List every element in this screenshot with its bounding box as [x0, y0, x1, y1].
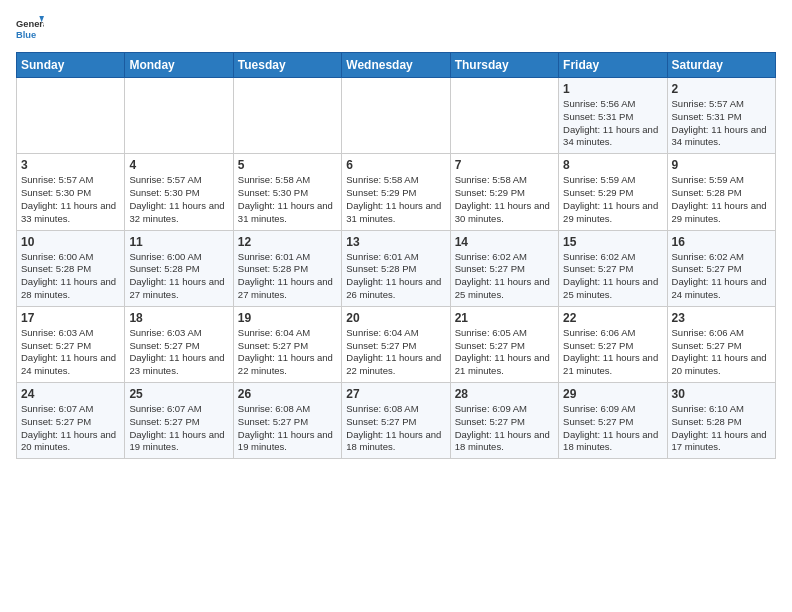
calendar-cell: 7Sunrise: 5:58 AM Sunset: 5:29 PM Daylig…	[450, 154, 558, 230]
calendar-cell: 20Sunrise: 6:04 AM Sunset: 5:27 PM Dayli…	[342, 306, 450, 382]
day-info: Sunrise: 6:06 AM Sunset: 5:27 PM Dayligh…	[563, 327, 662, 378]
day-number: 13	[346, 235, 445, 249]
week-row-4: 17Sunrise: 6:03 AM Sunset: 5:27 PM Dayli…	[17, 306, 776, 382]
calendar-cell: 16Sunrise: 6:02 AM Sunset: 5:27 PM Dayli…	[667, 230, 775, 306]
day-info: Sunrise: 6:03 AM Sunset: 5:27 PM Dayligh…	[21, 327, 120, 378]
day-info: Sunrise: 6:09 AM Sunset: 5:27 PM Dayligh…	[563, 403, 662, 454]
weekday-header-saturday: Saturday	[667, 53, 775, 78]
calendar-cell: 28Sunrise: 6:09 AM Sunset: 5:27 PM Dayli…	[450, 383, 558, 459]
day-info: Sunrise: 6:00 AM Sunset: 5:28 PM Dayligh…	[21, 251, 120, 302]
calendar-table: SundayMondayTuesdayWednesdayThursdayFrid…	[16, 52, 776, 459]
calendar-cell: 24Sunrise: 6:07 AM Sunset: 5:27 PM Dayli…	[17, 383, 125, 459]
calendar-cell: 19Sunrise: 6:04 AM Sunset: 5:27 PM Dayli…	[233, 306, 341, 382]
day-number: 14	[455, 235, 554, 249]
day-number: 17	[21, 311, 120, 325]
week-row-2: 3Sunrise: 5:57 AM Sunset: 5:30 PM Daylig…	[17, 154, 776, 230]
calendar-cell: 4Sunrise: 5:57 AM Sunset: 5:30 PM Daylig…	[125, 154, 233, 230]
day-number: 12	[238, 235, 337, 249]
day-info: Sunrise: 5:57 AM Sunset: 5:30 PM Dayligh…	[21, 174, 120, 225]
day-info: Sunrise: 5:59 AM Sunset: 5:29 PM Dayligh…	[563, 174, 662, 225]
calendar-cell: 15Sunrise: 6:02 AM Sunset: 5:27 PM Dayli…	[559, 230, 667, 306]
logo: GeneralBlue	[16, 16, 44, 44]
calendar-cell: 22Sunrise: 6:06 AM Sunset: 5:27 PM Dayli…	[559, 306, 667, 382]
day-info: Sunrise: 6:01 AM Sunset: 5:28 PM Dayligh…	[346, 251, 445, 302]
day-info: Sunrise: 6:09 AM Sunset: 5:27 PM Dayligh…	[455, 403, 554, 454]
day-number: 27	[346, 387, 445, 401]
calendar-cell: 13Sunrise: 6:01 AM Sunset: 5:28 PM Dayli…	[342, 230, 450, 306]
calendar-cell: 14Sunrise: 6:02 AM Sunset: 5:27 PM Dayli…	[450, 230, 558, 306]
day-info: Sunrise: 6:01 AM Sunset: 5:28 PM Dayligh…	[238, 251, 337, 302]
day-info: Sunrise: 6:04 AM Sunset: 5:27 PM Dayligh…	[346, 327, 445, 378]
day-number: 3	[21, 158, 120, 172]
day-info: Sunrise: 5:59 AM Sunset: 5:28 PM Dayligh…	[672, 174, 771, 225]
day-number: 2	[672, 82, 771, 96]
calendar-cell	[233, 78, 341, 154]
day-info: Sunrise: 6:07 AM Sunset: 5:27 PM Dayligh…	[129, 403, 228, 454]
day-number: 20	[346, 311, 445, 325]
day-info: Sunrise: 6:04 AM Sunset: 5:27 PM Dayligh…	[238, 327, 337, 378]
day-info: Sunrise: 6:00 AM Sunset: 5:28 PM Dayligh…	[129, 251, 228, 302]
weekday-header-thursday: Thursday	[450, 53, 558, 78]
day-info: Sunrise: 6:08 AM Sunset: 5:27 PM Dayligh…	[346, 403, 445, 454]
weekday-header-monday: Monday	[125, 53, 233, 78]
calendar-cell	[342, 78, 450, 154]
week-row-5: 24Sunrise: 6:07 AM Sunset: 5:27 PM Dayli…	[17, 383, 776, 459]
weekday-header-tuesday: Tuesday	[233, 53, 341, 78]
calendar-cell: 11Sunrise: 6:00 AM Sunset: 5:28 PM Dayli…	[125, 230, 233, 306]
calendar-cell: 10Sunrise: 6:00 AM Sunset: 5:28 PM Dayli…	[17, 230, 125, 306]
day-info: Sunrise: 6:05 AM Sunset: 5:27 PM Dayligh…	[455, 327, 554, 378]
week-row-3: 10Sunrise: 6:00 AM Sunset: 5:28 PM Dayli…	[17, 230, 776, 306]
svg-text:Blue: Blue	[16, 30, 36, 40]
calendar-cell: 6Sunrise: 5:58 AM Sunset: 5:29 PM Daylig…	[342, 154, 450, 230]
weekday-header-row: SundayMondayTuesdayWednesdayThursdayFrid…	[17, 53, 776, 78]
calendar-cell: 17Sunrise: 6:03 AM Sunset: 5:27 PM Dayli…	[17, 306, 125, 382]
calendar-cell: 2Sunrise: 5:57 AM Sunset: 5:31 PM Daylig…	[667, 78, 775, 154]
day-number: 9	[672, 158, 771, 172]
day-info: Sunrise: 5:58 AM Sunset: 5:29 PM Dayligh…	[455, 174, 554, 225]
day-number: 1	[563, 82, 662, 96]
day-info: Sunrise: 6:03 AM Sunset: 5:27 PM Dayligh…	[129, 327, 228, 378]
day-number: 28	[455, 387, 554, 401]
calendar-cell: 18Sunrise: 6:03 AM Sunset: 5:27 PM Dayli…	[125, 306, 233, 382]
calendar-cell: 8Sunrise: 5:59 AM Sunset: 5:29 PM Daylig…	[559, 154, 667, 230]
week-row-1: 1Sunrise: 5:56 AM Sunset: 5:31 PM Daylig…	[17, 78, 776, 154]
day-info: Sunrise: 6:02 AM Sunset: 5:27 PM Dayligh…	[672, 251, 771, 302]
svg-text:General: General	[16, 19, 44, 29]
calendar-cell	[450, 78, 558, 154]
day-number: 8	[563, 158, 662, 172]
day-number: 21	[455, 311, 554, 325]
calendar-cell: 21Sunrise: 6:05 AM Sunset: 5:27 PM Dayli…	[450, 306, 558, 382]
day-number: 7	[455, 158, 554, 172]
calendar-cell: 12Sunrise: 6:01 AM Sunset: 5:28 PM Dayli…	[233, 230, 341, 306]
day-number: 23	[672, 311, 771, 325]
day-number: 25	[129, 387, 228, 401]
day-info: Sunrise: 5:58 AM Sunset: 5:29 PM Dayligh…	[346, 174, 445, 225]
day-info: Sunrise: 6:06 AM Sunset: 5:27 PM Dayligh…	[672, 327, 771, 378]
day-number: 29	[563, 387, 662, 401]
day-number: 4	[129, 158, 228, 172]
weekday-header-friday: Friday	[559, 53, 667, 78]
calendar-cell: 29Sunrise: 6:09 AM Sunset: 5:27 PM Dayli…	[559, 383, 667, 459]
calendar-cell	[125, 78, 233, 154]
day-info: Sunrise: 6:07 AM Sunset: 5:27 PM Dayligh…	[21, 403, 120, 454]
calendar-cell: 27Sunrise: 6:08 AM Sunset: 5:27 PM Dayli…	[342, 383, 450, 459]
day-number: 24	[21, 387, 120, 401]
day-info: Sunrise: 6:10 AM Sunset: 5:28 PM Dayligh…	[672, 403, 771, 454]
calendar-cell: 26Sunrise: 6:08 AM Sunset: 5:27 PM Dayli…	[233, 383, 341, 459]
day-number: 10	[21, 235, 120, 249]
day-number: 15	[563, 235, 662, 249]
calendar-cell: 30Sunrise: 6:10 AM Sunset: 5:28 PM Dayli…	[667, 383, 775, 459]
day-info: Sunrise: 6:08 AM Sunset: 5:27 PM Dayligh…	[238, 403, 337, 454]
calendar-cell: 5Sunrise: 5:58 AM Sunset: 5:30 PM Daylig…	[233, 154, 341, 230]
day-number: 18	[129, 311, 228, 325]
day-info: Sunrise: 6:02 AM Sunset: 5:27 PM Dayligh…	[563, 251, 662, 302]
day-number: 11	[129, 235, 228, 249]
weekday-header-wednesday: Wednesday	[342, 53, 450, 78]
calendar-cell: 25Sunrise: 6:07 AM Sunset: 5:27 PM Dayli…	[125, 383, 233, 459]
calendar-cell: 23Sunrise: 6:06 AM Sunset: 5:27 PM Dayli…	[667, 306, 775, 382]
day-info: Sunrise: 5:56 AM Sunset: 5:31 PM Dayligh…	[563, 98, 662, 149]
calendar-cell	[17, 78, 125, 154]
day-info: Sunrise: 5:58 AM Sunset: 5:30 PM Dayligh…	[238, 174, 337, 225]
day-number: 30	[672, 387, 771, 401]
calendar-cell: 1Sunrise: 5:56 AM Sunset: 5:31 PM Daylig…	[559, 78, 667, 154]
